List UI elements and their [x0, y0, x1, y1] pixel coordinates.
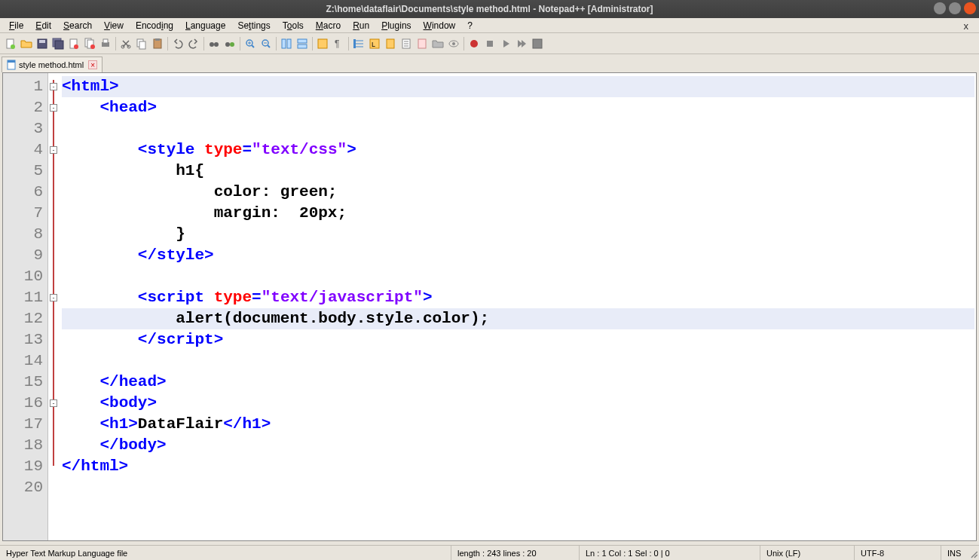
- window-title: Z:\home\dataflair\Documents\style method…: [0, 4, 979, 14]
- record-button[interactable]: [467, 36, 482, 51]
- copy-button[interactable]: [134, 36, 149, 51]
- replace-button[interactable]: [222, 36, 237, 51]
- svg-rect-18: [155, 38, 160, 41]
- zoom-out-icon: [260, 38, 272, 50]
- doc-list-button[interactable]: [399, 36, 414, 51]
- menu-file[interactable]: File: [3, 19, 29, 32]
- menu-help[interactable]: ?: [461, 19, 479, 32]
- svg-point-19: [210, 42, 214, 47]
- svg-rect-3: [39, 40, 45, 43]
- menu-run[interactable]: Run: [347, 19, 375, 32]
- cut-button[interactable]: [118, 36, 133, 51]
- maximize-button[interactable]: [949, 2, 961, 14]
- indent-guide-button[interactable]: [351, 36, 366, 51]
- svg-text:¶: ¶: [335, 38, 339, 49]
- undo-icon: [172, 38, 184, 50]
- menu-window[interactable]: Window: [418, 19, 462, 32]
- menu-tools[interactable]: Tools: [277, 19, 310, 32]
- close-button[interactable]: [964, 2, 976, 14]
- paste-button[interactable]: [150, 36, 165, 51]
- copy-icon: [136, 38, 148, 50]
- menu-macro[interactable]: Macro: [310, 19, 347, 32]
- svg-rect-5: [55, 41, 63, 49]
- zoom-out-button[interactable]: [259, 36, 274, 51]
- tab-close-button[interactable]: ×: [88, 60, 97, 69]
- svg-rect-26: [287, 39, 291, 48]
- pilcrow-icon: ¶: [332, 38, 344, 50]
- wrap-icon: [317, 38, 329, 50]
- close-file-icon: [68, 38, 80, 50]
- tab-label: style method.html: [19, 60, 84, 69]
- menu-language[interactable]: Language: [179, 19, 231, 32]
- file-tab[interactable]: style method.html ×: [2, 57, 102, 72]
- line-number-gutter: 1234567891011121314151617181920: [3, 73, 48, 540]
- menu-settings[interactable]: Settings: [231, 19, 276, 32]
- floppy-multi-icon: [52, 38, 64, 50]
- save-all-button[interactable]: [50, 36, 66, 51]
- menu-search[interactable]: Search: [57, 19, 98, 32]
- status-length: length : 243 lines : 20: [451, 546, 579, 560]
- all-chars-button[interactable]: ¶: [331, 36, 346, 51]
- svg-rect-34: [387, 39, 394, 48]
- menu-view[interactable]: View: [98, 19, 130, 32]
- save-macro-button[interactable]: [530, 36, 545, 51]
- folder-icon: [432, 38, 444, 50]
- open-folder-icon: [20, 38, 32, 50]
- monitor-button[interactable]: [446, 36, 461, 51]
- doc-list-icon: [400, 38, 412, 50]
- close-all-icon: [84, 38, 96, 50]
- resize-grip-icon[interactable]: [967, 547, 979, 559]
- paste-icon: [151, 38, 164, 50]
- svg-point-20: [214, 42, 219, 47]
- editor[interactable]: 1234567891011121314151617181920 ----- <h…: [2, 72, 977, 541]
- sync-h-button[interactable]: [295, 36, 310, 51]
- titlebar: Z:\home\dataflair\Documents\style method…: [0, 0, 979, 18]
- udl-icon: L: [369, 38, 381, 50]
- new-file-button[interactable]: [3, 36, 18, 51]
- menu-edit[interactable]: Edit: [29, 19, 57, 32]
- doc-map-button[interactable]: [383, 36, 398, 51]
- func-list-icon: [416, 38, 428, 50]
- folder-button[interactable]: [430, 36, 445, 51]
- redo-button[interactable]: [186, 36, 201, 51]
- close-all-button[interactable]: [82, 36, 97, 51]
- sync-v-button[interactable]: [279, 36, 294, 51]
- svg-rect-12: [103, 39, 108, 43]
- undo-button[interactable]: [170, 36, 185, 51]
- wrap-button[interactable]: [315, 36, 330, 51]
- scissors-icon: [120, 38, 132, 50]
- svg-point-39: [470, 40, 478, 47]
- record-icon: [468, 38, 480, 50]
- close-file-button[interactable]: [66, 36, 81, 51]
- save-button[interactable]: [35, 36, 50, 51]
- stop-button[interactable]: [482, 36, 497, 51]
- minimize-button[interactable]: [934, 2, 946, 14]
- svg-rect-36: [418, 39, 426, 48]
- play-multi-button[interactable]: [514, 36, 529, 51]
- statusbar: Hyper Text Markup Language file length :…: [0, 545, 979, 560]
- svg-point-10: [90, 44, 95, 49]
- print-button[interactable]: [98, 36, 113, 51]
- code-area[interactable]: <html> <head> <style type="text/css"> h1…: [60, 73, 976, 540]
- play-button[interactable]: [498, 36, 513, 51]
- stop-icon: [484, 38, 496, 50]
- print-icon: [99, 38, 112, 50]
- udl-button[interactable]: L: [367, 36, 382, 51]
- svg-rect-29: [318, 39, 327, 48]
- play-multi-icon: [516, 38, 528, 50]
- svg-rect-43: [8, 60, 15, 63]
- floppy-icon: [36, 38, 48, 50]
- status-insert-mode: INS: [941, 546, 967, 560]
- menu-encoding[interactable]: Encoding: [130, 19, 179, 32]
- menu-plugins[interactable]: Plugins: [375, 19, 417, 32]
- fold-column[interactable]: -----: [48, 73, 60, 540]
- svg-rect-16: [139, 41, 145, 49]
- open-file-button[interactable]: [19, 36, 34, 51]
- find-button[interactable]: [207, 36, 222, 51]
- func-list-button[interactable]: [415, 36, 430, 51]
- zoom-in-button[interactable]: [243, 36, 258, 51]
- menu-close-x[interactable]: x: [958, 19, 975, 33]
- tabbar: style method.html ×: [0, 54, 979, 72]
- sync-h-icon: [296, 38, 308, 50]
- save-macro-icon: [531, 38, 543, 50]
